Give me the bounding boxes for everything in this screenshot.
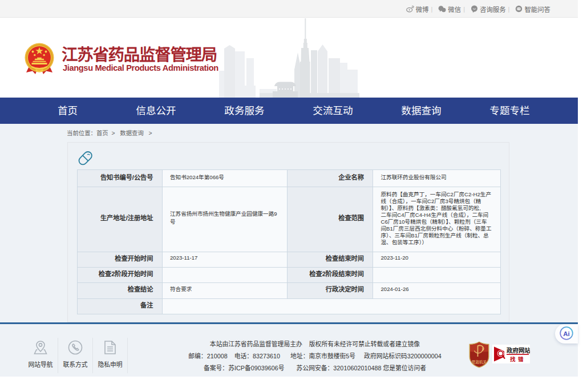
svg-text:政府网站: 政府网站 bbox=[507, 347, 530, 354]
svg-text:Ai: Ai bbox=[563, 330, 570, 337]
svg-text:找错: 找错 bbox=[510, 356, 526, 362]
svg-text:党政机关: 党政机关 bbox=[472, 359, 487, 365]
